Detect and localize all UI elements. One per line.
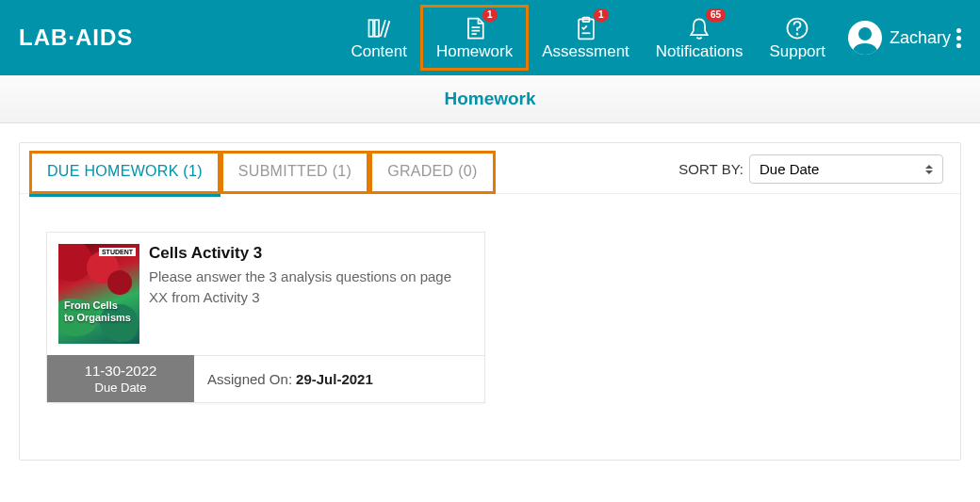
nav-assessment[interactable]: 1 Assessment <box>529 5 643 71</box>
homework-card[interactable]: STUDENT From Cells to Organisms Cells Ac… <box>46 232 485 403</box>
page-subheader: Homework <box>0 75 980 123</box>
due-date-block: 11-30-2022 Due Date <box>47 355 194 402</box>
homework-card-top: STUDENT From Cells to Organisms Cells Ac… <box>47 233 484 355</box>
document-icon: 1 <box>462 14 488 42</box>
nav-homework-label: Homework <box>436 42 513 61</box>
sort-control: SORT BY: Due Date <box>678 154 951 189</box>
nav-content[interactable]: Content <box>337 5 420 71</box>
homework-description: Please answer the 3 analysis questions o… <box>149 267 473 308</box>
nav-assessment-label: Assessment <box>542 42 629 61</box>
nav-notifications-label: Notifications <box>656 42 743 61</box>
thumb-title-line2: to Organisms <box>64 312 131 325</box>
subheader-title: Homework <box>444 89 535 108</box>
nav-notifications-badge: 65 <box>706 8 726 22</box>
tab-submitted-label: SUBMITTED (1) <box>238 163 351 179</box>
svg-line-2 <box>381 20 385 37</box>
user-menu[interactable]: Zachary <box>848 21 961 55</box>
nav-support-label: Support <box>769 42 825 61</box>
clipboard-icon: 1 <box>573 14 599 42</box>
books-icon <box>366 14 392 42</box>
avatar-icon <box>848 21 882 55</box>
tab-due-label: DUE HOMEWORK (1) <box>47 163 203 179</box>
assigned-date-value: 29-Jul-2021 <box>296 371 373 387</box>
homework-thumbnail: STUDENT From Cells to Organisms <box>58 244 139 344</box>
nav-content-label: Content <box>351 42 407 61</box>
svg-point-12 <box>858 27 872 40</box>
homework-list: STUDENT From Cells to Organisms Cells Ac… <box>20 194 960 460</box>
tab-due-homework[interactable]: DUE HOMEWORK (1) <box>29 151 220 194</box>
page-body: DUE HOMEWORK (1) SUBMITTED (1) GRADED (0… <box>0 123 980 479</box>
help-icon <box>784 14 810 42</box>
assigned-block: Assigned On: 29-Jul-2021 <box>194 355 484 402</box>
top-navigation-bar: LAB·AIDS Content 1 Homework 1 Assessment <box>0 0 980 75</box>
sort-caret-icon <box>925 165 933 174</box>
main-nav: Content 1 Homework 1 Assessment 65 Notif… <box>337 5 961 71</box>
tab-graded[interactable]: GRADED (0) <box>369 151 495 194</box>
sort-select[interactable]: Due Date <box>749 154 943 184</box>
assigned-label: Assigned On: <box>207 371 292 387</box>
tabs-row: DUE HOMEWORK (1) SUBMITTED (1) GRADED (0… <box>20 143 960 194</box>
thumb-title: From Cells to Organisms <box>64 300 131 326</box>
due-date-value: 11-30-2022 <box>57 363 185 379</box>
kebab-icon <box>956 28 961 48</box>
homework-panel: DUE HOMEWORK (1) SUBMITTED (1) GRADED (0… <box>19 142 961 461</box>
username-label: Zachary <box>890 28 951 48</box>
bell-icon: 65 <box>686 14 712 42</box>
svg-rect-1 <box>375 20 379 37</box>
due-date-label: Due Date <box>57 381 185 395</box>
nav-homework[interactable]: 1 Homework <box>420 5 529 71</box>
thumb-title-line1: From Cells <box>64 300 131 313</box>
homework-card-bottom: 11-30-2022 Due Date Assigned On: 29-Jul-… <box>47 355 484 402</box>
tab-submitted[interactable]: SUBMITTED (1) <box>220 151 369 194</box>
svg-rect-0 <box>369 20 373 37</box>
thumb-student-tag: STUDENT <box>99 248 136 256</box>
nav-homework-badge: 1 <box>482 8 498 22</box>
sort-label: SORT BY: <box>678 161 743 177</box>
brand-text: LAB·AIDS <box>19 24 133 50</box>
nav-notifications[interactable]: 65 Notifications <box>643 5 757 71</box>
homework-title: Cells Activity 3 <box>149 244 473 263</box>
svg-point-11 <box>797 34 798 35</box>
nav-support[interactable]: Support <box>756 5 839 71</box>
svg-line-3 <box>384 21 389 38</box>
tab-graded-label: GRADED (0) <box>387 163 477 179</box>
homework-info: Cells Activity 3 Please answer the 3 ana… <box>149 244 473 344</box>
nav-assessment-badge: 1 <box>594 8 609 22</box>
sort-selected-value: Due Date <box>760 161 819 177</box>
brand-logo: LAB·AIDS <box>19 24 133 51</box>
